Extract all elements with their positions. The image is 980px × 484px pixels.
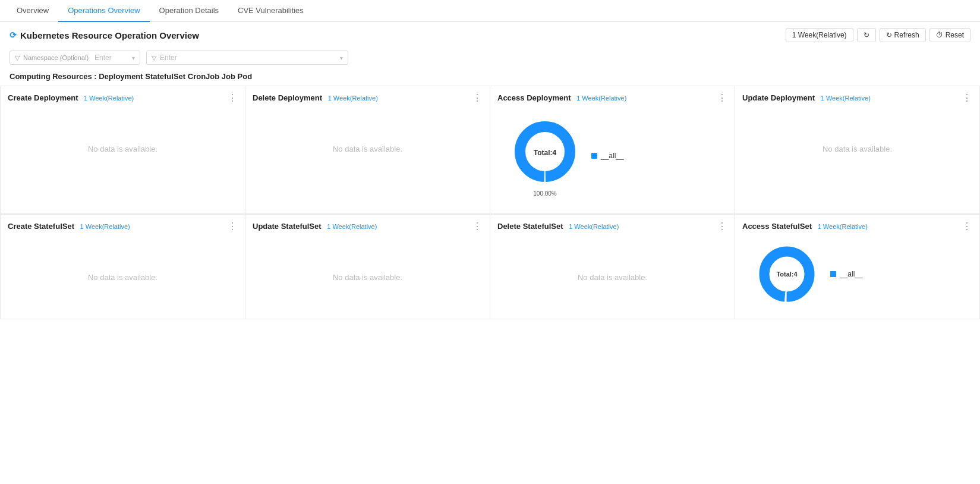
week-relative-button[interactable]: 1 Week(Relative)	[786, 28, 853, 42]
filter-icon: ▽	[15, 54, 20, 62]
header-row: ⟳ Kubernetes Resource Operation Overview…	[0, 22, 980, 47]
second-enter: Enter	[160, 54, 177, 62]
delete-deployment-card: Delete Deployment 1 Week(Relative) ⋮ No …	[245, 86, 490, 214]
delete-statefulset-header: Delete StatefulSet 1 Week(Relative) ⋮	[490, 215, 735, 235]
update-statefulset-card: Update StatefulSet 1 Week(Relative) ⋮ No…	[245, 215, 490, 319]
create-statefulset-time: 1 Week(Relative)	[80, 223, 130, 230]
tab-overview[interactable]: Overview	[7, 0, 58, 22]
delete-deployment-title-wrap: Delete Deployment 1 Week(Relative)	[253, 93, 378, 102]
delete-statefulset-card: Delete StatefulSet 1 Week(Relative) ⋮ No…	[490, 215, 735, 319]
access-deployment-donut-wrap: Total:4 100.00%	[509, 113, 581, 198]
access-statefulset-menu[interactable]: ⋮	[962, 221, 972, 232]
update-deployment-card: Update Deployment 1 Week(Relative) ⋮ No …	[735, 86, 980, 214]
create-deployment-title-wrap: Create Deployment 1 Week(Relative)	[8, 93, 134, 102]
legend-dot-all	[591, 153, 597, 159]
refresh-button[interactable]: ↻ Refresh	[880, 28, 926, 42]
delete-statefulset-title: Delete StatefulSet	[497, 222, 563, 231]
delete-statefulset-title-wrap: Delete StatefulSet 1 Week(Relative)	[497, 222, 619, 231]
access-statefulset-legend: __all__	[830, 270, 863, 278]
delete-statefulset-body: No data is available.	[490, 235, 735, 319]
bottom-cards-grid: Create StatefulSet 1 Week(Relative) ⋮ No…	[0, 214, 980, 319]
delete-statefulset-nodata: No data is available.	[578, 273, 647, 282]
access-deployment-percent: 100.00%	[533, 190, 556, 197]
update-statefulset-header: Update StatefulSet 1 Week(Relative) ⋮	[245, 215, 490, 235]
update-statefulset-time: 1 Week(Relative)	[327, 223, 377, 230]
second-filter[interactable]: ▽ Enter ▾	[146, 51, 348, 65]
filter-row: ▽ Namespace (Optional) Enter ▾ ▽ Enter ▾	[0, 47, 980, 68]
access-deployment-title-wrap: Access Deployment 1 Week(Relative)	[497, 93, 626, 102]
access-statefulset-donut-wrap: Total:4	[754, 241, 820, 307]
create-deployment-header: Create Deployment 1 Week(Relative) ⋮	[1, 86, 245, 107]
update-statefulset-menu[interactable]: ⋮	[472, 221, 483, 232]
namespace-label: Namespace (Optional)	[23, 54, 89, 61]
header-controls: 1 Week(Relative) ↻ ↻ Refresh ⏱ Reset	[786, 28, 970, 42]
create-deployment-menu[interactable]: ⋮	[228, 92, 238, 103]
access-deployment-title: Access Deployment	[497, 93, 571, 102]
delete-deployment-header: Delete Deployment 1 Week(Relative) ⋮	[245, 86, 490, 107]
create-statefulset-menu[interactable]: ⋮	[228, 221, 238, 232]
update-statefulset-nodata: No data is available.	[333, 273, 402, 282]
delete-deployment-title: Delete Deployment	[253, 93, 322, 102]
tabs-bar: Overview Operations Overview Operation D…	[0, 0, 980, 22]
create-deployment-body: No data is available.	[1, 107, 245, 190]
update-statefulset-title: Update StatefulSet	[253, 222, 322, 231]
update-statefulset-title-wrap: Update StatefulSet 1 Week(Relative)	[253, 222, 377, 231]
create-statefulset-header: Create StatefulSet 1 Week(Relative) ⋮	[1, 215, 245, 235]
access-statefulset-legend-item: __all__	[830, 270, 863, 278]
access-statefulset-legend-dot	[830, 271, 836, 277]
delete-deployment-nodata: No data is available.	[333, 144, 402, 153]
auto-refresh-button[interactable]: ↻	[857, 28, 876, 42]
k8s-icon: ⟳	[10, 30, 17, 40]
update-deployment-body: No data is available.	[735, 107, 979, 190]
access-statefulset-title: Access StatefulSet	[742, 222, 812, 231]
access-statefulset-body: Total:4 __all__	[735, 235, 979, 319]
access-deployment-body: Total:4 100.00% __all__	[490, 107, 735, 213]
access-deployment-legend-item: __all__	[591, 152, 624, 160]
update-deployment-title-wrap: Update Deployment 1 Week(Relative)	[742, 93, 871, 102]
update-deployment-menu[interactable]: ⋮	[962, 92, 972, 103]
delete-deployment-menu[interactable]: ⋮	[472, 92, 483, 103]
tab-cve-vulnerabilities[interactable]: CVE Vulnerabilities	[228, 0, 313, 22]
access-deployment-header: Access Deployment 1 Week(Relative) ⋮	[490, 86, 735, 107]
access-deployment-menu[interactable]: ⋮	[717, 92, 727, 103]
delete-statefulset-time: 1 Week(Relative)	[569, 223, 619, 230]
access-statefulset-legend-label: __all__	[840, 270, 863, 278]
access-deployment-time: 1 Week(Relative)	[576, 95, 626, 102]
access-deployment-legend: __all__	[591, 152, 624, 160]
refresh-icon: ↻	[886, 31, 892, 39]
computing-resources-row: Computing Resources : Deployment Statefu…	[0, 68, 980, 86]
namespace-filter[interactable]: ▽ Namespace (Optional) Enter ▾	[10, 51, 140, 65]
access-statefulset-title-wrap: Access StatefulSet 1 Week(Relative)	[742, 222, 868, 231]
access-deployment-card: Access Deployment 1 Week(Relative) ⋮ Tot…	[490, 86, 735, 214]
namespace-arrow-icon: ▾	[132, 55, 135, 61]
create-statefulset-title-wrap: Create StatefulSet 1 Week(Relative)	[8, 222, 130, 231]
access-statefulset-header: Access StatefulSet 1 Week(Relative) ⋮	[735, 215, 979, 235]
top-cards-grid: Create Deployment 1 Week(Relative) ⋮ No …	[0, 86, 980, 214]
update-deployment-nodata: No data is available.	[823, 144, 892, 153]
filter2-arrow-icon: ▾	[340, 55, 343, 61]
reset-button[interactable]: ⏱ Reset	[929, 28, 970, 42]
tab-operation-details[interactable]: Operation Details	[150, 0, 228, 22]
tab-operations-overview[interactable]: Operations Overview	[58, 0, 149, 22]
create-deployment-time: 1 Week(Relative)	[84, 95, 134, 102]
access-deployment-total: Total:4	[534, 149, 556, 157]
create-deployment-card: Create Deployment 1 Week(Relative) ⋮ No …	[1, 86, 245, 214]
create-deployment-nodata: No data is available.	[88, 144, 157, 153]
update-deployment-title: Update Deployment	[742, 93, 815, 102]
delete-deployment-time: 1 Week(Relative)	[328, 95, 378, 102]
namespace-enter: Enter	[94, 54, 112, 62]
access-statefulset-card: Access StatefulSet 1 Week(Relative) ⋮ To…	[735, 215, 980, 319]
create-statefulset-card: Create StatefulSet 1 Week(Relative) ⋮ No…	[1, 215, 245, 319]
access-deployment-donut-container: Total:4 100.00% __all__	[500, 107, 630, 204]
delete-deployment-body: No data is available.	[245, 107, 490, 190]
update-deployment-time: 1 Week(Relative)	[821, 95, 871, 102]
access-statefulset-total: Total:4	[776, 271, 797, 278]
update-deployment-header: Update Deployment 1 Week(Relative) ⋮	[735, 86, 979, 107]
access-statefulset-donut-container: Total:4 __all__	[745, 235, 869, 313]
page-title: ⟳ Kubernetes Resource Operation Overview	[10, 30, 199, 40]
create-statefulset-nodata: No data is available.	[88, 273, 157, 282]
create-deployment-title: Create Deployment	[8, 93, 78, 102]
access-statefulset-time: 1 Week(Relative)	[818, 223, 868, 230]
delete-statefulset-menu[interactable]: ⋮	[717, 221, 727, 232]
auto-refresh-icon: ↻	[864, 31, 869, 39]
